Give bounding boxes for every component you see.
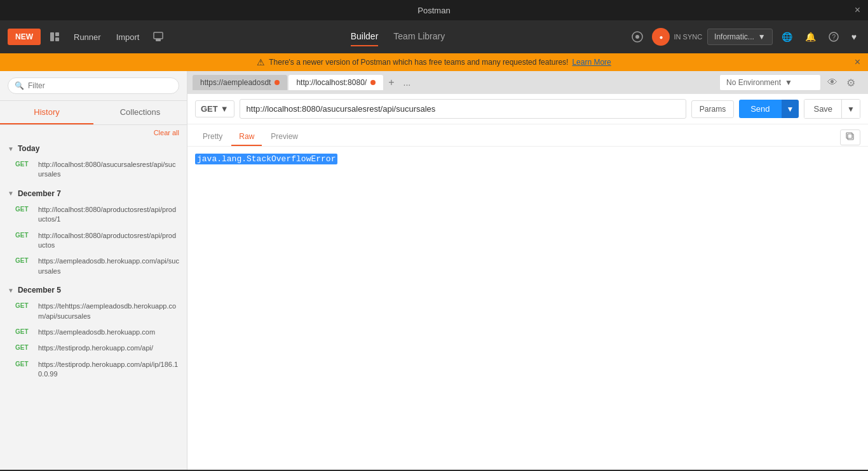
app-title: Postman bbox=[417, 6, 450, 15]
save-button-group: Save ▼ bbox=[804, 99, 860, 119]
toolbar-right: ● IN SYNC Informatic... ▼ 🌐 🔔 ? ♥ bbox=[628, 27, 860, 46]
svg-rect-2 bbox=[55, 37, 59, 41]
tab-dot bbox=[275, 80, 280, 85]
history-group-dec7: ▼ December 7 GET http://localhost:8080/a… bbox=[0, 185, 187, 279]
notification-bar: ⚠ There's a newer version of Postman whi… bbox=[0, 53, 868, 71]
tab-dot bbox=[370, 80, 376, 85]
url-input[interactable] bbox=[240, 99, 686, 119]
url-bar: GET ▼ Params Send ▼ Save ▼ bbox=[187, 94, 868, 124]
new-tab-icon[interactable] bbox=[149, 28, 167, 46]
sidebar-search-area: 🔍 bbox=[0, 71, 187, 101]
svg-rect-10 bbox=[846, 133, 852, 138]
tabs-bar: https://aempleadosdt http://localhost:80… bbox=[187, 71, 868, 94]
tab-team-library[interactable]: Team Library bbox=[393, 27, 445, 46]
workspace-dropdown[interactable]: Informatic... ▼ bbox=[707, 29, 773, 45]
svg-point-6 bbox=[635, 35, 639, 39]
svg-rect-4 bbox=[156, 39, 161, 41]
clear-all-button[interactable]: Clear all bbox=[0, 125, 187, 140]
tab-collections[interactable]: Collections bbox=[93, 101, 187, 124]
request-panel: https://aempleadosdt http://localhost:80… bbox=[187, 71, 868, 470]
list-item[interactable]: GET http://localhost:8080/aproductosrest… bbox=[0, 228, 187, 254]
history-group-dec5: ▼ December 5 GET https://tehttps://aempl… bbox=[0, 282, 187, 382]
search-wrap: 🔍 bbox=[8, 77, 179, 94]
list-item[interactable]: GET http://localhost:8080/aproductosrest… bbox=[0, 202, 187, 228]
error-text: java.lang.StackOverflowError bbox=[195, 154, 337, 164]
method-label: GET bbox=[201, 104, 218, 114]
svg-rect-3 bbox=[154, 32, 163, 39]
item-url: http://localhost:8080/asucursalesrest/ap… bbox=[38, 160, 179, 180]
notif-close-button[interactable]: × bbox=[855, 56, 860, 68]
tab-raw[interactable]: Raw bbox=[231, 128, 262, 146]
tab-preview[interactable]: Preview bbox=[263, 128, 306, 146]
response-body: java.lang.StackOverflowError bbox=[187, 147, 868, 470]
window-close-button[interactable]: × bbox=[855, 4, 860, 16]
chevron-down-icon: ▼ bbox=[8, 287, 14, 294]
request-tab-2[interactable]: http://localhost:8080/ bbox=[288, 75, 383, 90]
chevron-down-icon: ▼ bbox=[8, 145, 14, 152]
list-item[interactable]: GET https://testiprodp.herokuapp.com/api… bbox=[0, 340, 187, 356]
gear-icon[interactable]: ⚙ bbox=[844, 74, 858, 91]
send-dropdown-button[interactable]: ▼ bbox=[782, 100, 799, 118]
chevron-down-icon: ▼ bbox=[8, 190, 14, 197]
sync-indicator: ● IN SYNC bbox=[652, 28, 702, 46]
title-bar: Postman × bbox=[0, 0, 868, 20]
list-item[interactable]: GET http://localhost:8080/asucursalesres… bbox=[0, 157, 187, 183]
params-button[interactable]: Params bbox=[691, 100, 734, 118]
search-icon: 🔍 bbox=[15, 81, 24, 90]
environment-dropdown[interactable]: No Environment ▼ bbox=[719, 74, 821, 91]
learn-more-link[interactable]: Learn More bbox=[572, 58, 611, 67]
help-icon[interactable]: ? bbox=[825, 28, 843, 46]
tab-label: https://aempleadosdt bbox=[200, 78, 271, 87]
group-label-dec7[interactable]: ▼ December 7 bbox=[0, 185, 187, 202]
tab-history[interactable]: History bbox=[0, 101, 93, 124]
svg-rect-1 bbox=[55, 32, 59, 36]
sidebar: 🔍 History Collections Clear all ▼ Today … bbox=[0, 71, 187, 470]
layout-icon[interactable] bbox=[46, 28, 64, 46]
env-bar: No Environment ▼ 👁 ⚙ bbox=[714, 74, 863, 91]
chevron-down-icon: ▼ bbox=[220, 104, 229, 114]
svg-rect-0 bbox=[50, 32, 54, 41]
send-button-group: Send ▼ bbox=[739, 100, 799, 118]
svg-rect-9 bbox=[848, 134, 853, 140]
group-label-today[interactable]: ▼ Today bbox=[0, 140, 187, 157]
group-label-dec5[interactable]: ▼ December 5 bbox=[0, 282, 187, 298]
sync-icon: ● bbox=[652, 28, 670, 46]
svg-text:?: ? bbox=[832, 34, 836, 41]
save-button[interactable]: Save bbox=[804, 99, 842, 119]
method-badge: GET bbox=[15, 160, 33, 168]
sync-settings-icon[interactable] bbox=[628, 27, 647, 46]
list-item[interactable]: GET https://aempleadosdb.herokuapp.com/a… bbox=[0, 253, 187, 279]
import-button[interactable]: Import bbox=[111, 29, 145, 46]
toolbar: NEW Runner Import Builder Team Library ●… bbox=[0, 20, 868, 53]
sidebar-tabs: History Collections bbox=[0, 101, 187, 125]
request-tab-1[interactable]: https://aempleadosdt bbox=[193, 75, 287, 90]
tab-pretty[interactable]: Pretty bbox=[195, 128, 230, 146]
nav-tabs: Builder Team Library bbox=[172, 27, 623, 46]
list-item[interactable]: GET https://tehttps://aempleadosdb.herok… bbox=[0, 298, 187, 324]
search-input[interactable] bbox=[28, 81, 172, 90]
notif-message: There's a newer version of Postman which… bbox=[269, 58, 568, 67]
more-tabs-button[interactable]: ... bbox=[400, 76, 415, 89]
list-item[interactable]: GET https://testiprodp.herokuapp.com/api… bbox=[0, 357, 187, 383]
response-area: Pretty Raw Preview java.lang.StackOverfl… bbox=[187, 124, 868, 470]
sync-label: IN SYNC bbox=[674, 33, 702, 41]
bell-icon[interactable]: 🔔 bbox=[801, 28, 820, 46]
eye-icon[interactable]: 👁 bbox=[825, 74, 840, 91]
copy-button[interactable] bbox=[840, 129, 860, 145]
globe-icon[interactable]: 🌐 bbox=[778, 28, 796, 46]
runner-button[interactable]: Runner bbox=[69, 29, 106, 46]
heart-icon[interactable]: ♥ bbox=[848, 28, 860, 46]
add-tab-button[interactable]: + bbox=[384, 76, 398, 90]
history-group-today: ▼ Today GET http://localhost:8080/asucur… bbox=[0, 140, 187, 183]
list-item[interactable]: GET https://aempleadosdb.herokuapp.com bbox=[0, 324, 187, 340]
response-tabs: Pretty Raw Preview bbox=[187, 124, 868, 147]
method-select[interactable]: GET ▼ bbox=[195, 100, 234, 117]
sidebar-content: Clear all ▼ Today GET http://localhost:8… bbox=[0, 125, 187, 470]
new-button[interactable]: NEW bbox=[8, 29, 41, 45]
save-dropdown-button[interactable]: ▼ bbox=[842, 99, 860, 119]
send-button[interactable]: Send bbox=[739, 100, 781, 118]
tab-builder[interactable]: Builder bbox=[351, 27, 379, 46]
tab-label: http://localhost:8080/ bbox=[296, 78, 367, 87]
main-layout: 🔍 History Collections Clear all ▼ Today … bbox=[0, 71, 868, 470]
notif-icon: ⚠ bbox=[257, 57, 265, 67]
